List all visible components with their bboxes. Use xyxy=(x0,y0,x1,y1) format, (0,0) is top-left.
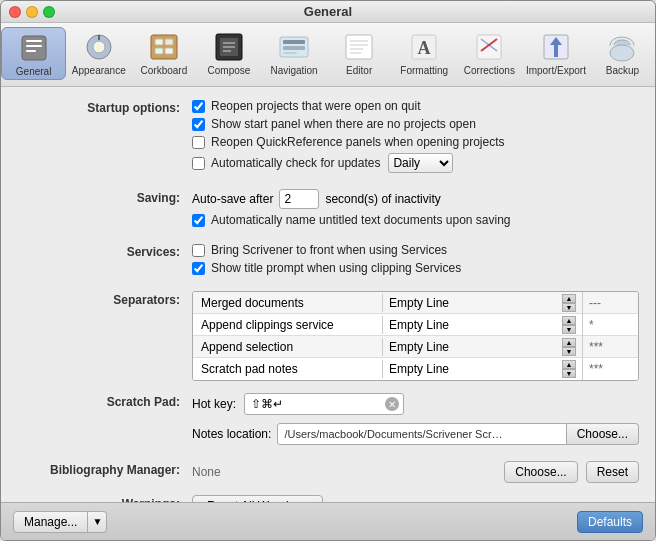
scratchpad-content: Hot key: ⇧⌘↵ ✕ Notes location: /Users/ma… xyxy=(192,393,639,449)
reset-warnings-button[interactable]: Reset All Warnings xyxy=(192,495,323,502)
svg-point-36 xyxy=(610,45,634,61)
tab-appearance[interactable]: Appearance xyxy=(66,27,131,80)
autosave-input[interactable] xyxy=(279,189,319,209)
bringfront-label: Bring Scrivener to front when using Serv… xyxy=(211,243,447,257)
maximize-button[interactable] xyxy=(43,6,55,18)
startup-option-reopen: Reopen projects that were open on quit xyxy=(192,99,639,113)
svg-rect-3 xyxy=(26,50,36,52)
quickref-checkbox[interactable] xyxy=(192,136,205,149)
tab-backup[interactable]: Backup xyxy=(590,27,655,80)
bibliography-reset-button[interactable]: Reset xyxy=(586,461,639,483)
minimize-button[interactable] xyxy=(26,6,38,18)
window-title: General xyxy=(304,4,352,19)
tab-general[interactable]: General xyxy=(1,27,66,80)
separators-content: Merged documents Empty Line ▲ ▼ --- xyxy=(192,291,639,381)
manage-button[interactable]: Manage... xyxy=(13,511,88,533)
update-frequency-select[interactable]: Daily Weekly Monthly xyxy=(388,153,453,173)
defaults-button[interactable]: Defaults xyxy=(577,511,643,533)
close-button[interactable] xyxy=(9,6,21,18)
stepper-down-3[interactable]: ▼ xyxy=(562,369,576,378)
tab-editor-label: Editor xyxy=(346,65,372,76)
content-area: Startup options: Reopen projects that we… xyxy=(1,87,655,502)
sep-val-3: *** xyxy=(583,360,638,378)
corrections-icon xyxy=(473,31,505,63)
sep-val-0: --- xyxy=(583,294,638,312)
quickref-label: Reopen QuickReference panels when openin… xyxy=(211,135,505,149)
tab-backup-label: Backup xyxy=(606,65,639,76)
titleprompt-checkbox[interactable] xyxy=(192,262,205,275)
svg-rect-20 xyxy=(283,52,297,54)
tab-formatting[interactable]: A Formatting xyxy=(392,27,457,80)
stepper-down-0[interactable]: ▼ xyxy=(562,303,576,312)
bibliography-label: Bibliography Manager: xyxy=(17,461,192,477)
tab-corrections[interactable]: Corrections xyxy=(457,27,522,80)
svg-rect-11 xyxy=(165,48,173,54)
stepper-down-2[interactable]: ▼ xyxy=(562,347,576,356)
tab-editor[interactable]: Editor xyxy=(327,27,392,80)
tab-corkboard-label: Corkboard xyxy=(141,65,188,76)
stepper-3[interactable]: ▲ ▼ xyxy=(562,360,576,378)
hotkey-value: ⇧⌘↵ xyxy=(251,397,283,411)
scratchpad-section: Scratch Pad: Hot key: ⇧⌘↵ ✕ Notes locati… xyxy=(17,393,639,449)
separators-section: Separators: Merged documents Empty Line … xyxy=(17,291,639,381)
bibliography-choose-button[interactable]: Choose... xyxy=(504,461,577,483)
sep-row-3: Scratch pad notes Empty Line ▲ ▼ *** xyxy=(193,358,638,380)
warnings-section: Warnings: Reset All Warnings xyxy=(17,495,639,502)
titlebar-buttons xyxy=(9,6,55,18)
startpanel-checkbox[interactable] xyxy=(192,118,205,131)
general-icon xyxy=(18,32,50,64)
svg-point-5 xyxy=(93,41,105,53)
stepper-up-3[interactable]: ▲ xyxy=(562,360,576,369)
startup-label: Startup options: xyxy=(17,99,192,115)
hotkey-clear-button[interactable]: ✕ xyxy=(385,397,399,411)
services-section: Services: Bring Scrivener to front when … xyxy=(17,243,639,279)
startup-option-quickref: Reopen QuickReference panels when openin… xyxy=(192,135,639,149)
svg-rect-6 xyxy=(98,35,100,40)
sep-stepper-2: ▲ ▼ xyxy=(562,338,576,356)
sep-type-1: Empty Line ▲ ▼ xyxy=(383,314,583,336)
tab-compose[interactable]: Compose xyxy=(196,27,261,80)
backup-icon xyxy=(606,31,638,63)
stepper-0[interactable]: ▲ ▼ xyxy=(562,294,576,312)
autoname-row: Automatically name untitled text documen… xyxy=(192,213,639,227)
autoupdate-checkbox[interactable] xyxy=(192,157,205,170)
stepper-up-1[interactable]: ▲ xyxy=(562,316,576,325)
manage-arrow-button[interactable]: ▼ xyxy=(88,511,107,533)
reopen-checkbox[interactable] xyxy=(192,100,205,113)
sep-stepper-3: ▲ ▼ xyxy=(562,360,576,378)
bibliography-content: None Choose... Reset xyxy=(192,461,639,483)
autoname-label: Automatically name untitled text documen… xyxy=(211,213,511,227)
tab-importexport-label: Import/Export xyxy=(526,65,586,76)
sep-row-1: Append clippings service Empty Line ▲ ▼ … xyxy=(193,314,638,336)
appearance-icon xyxy=(83,31,115,63)
autoname-checkbox[interactable] xyxy=(192,214,205,227)
bibliography-value: None xyxy=(192,465,496,479)
services-label: Services: xyxy=(17,243,192,259)
hotkey-row: Hot key: ⇧⌘↵ ✕ xyxy=(192,393,639,415)
stepper-1[interactable]: ▲ ▼ xyxy=(562,316,576,334)
stepper-up-0[interactable]: ▲ xyxy=(562,294,576,303)
tab-corkboard[interactable]: Corkboard xyxy=(131,27,196,80)
tab-navigation[interactable]: Navigation xyxy=(262,27,327,80)
sep-name-2: Append selection xyxy=(193,338,383,356)
bringfront-checkbox[interactable] xyxy=(192,244,205,257)
stepper-2[interactable]: ▲ ▼ xyxy=(562,338,576,356)
svg-text:A: A xyxy=(418,38,431,58)
stepper-up-2[interactable]: ▲ xyxy=(562,338,576,347)
notes-choose-button[interactable]: Choose... xyxy=(567,423,639,445)
autosave-prefix: Auto-save after xyxy=(192,192,273,206)
sep-val-2: *** xyxy=(583,338,638,356)
autosave-suffix: second(s) of inactivity xyxy=(325,192,440,206)
manage-row: Manage... ▼ xyxy=(13,511,107,533)
window: General General Appearance Corkboard Com… xyxy=(0,0,656,541)
sep-type-2: Empty Line ▲ ▼ xyxy=(383,336,583,358)
sep-name-3: Scratch pad notes xyxy=(193,360,383,378)
navigation-icon xyxy=(278,31,310,63)
hotkey-field[interactable]: ⇧⌘↵ ✕ xyxy=(244,393,404,415)
sep-stepper-1: ▲ ▼ xyxy=(562,316,576,334)
tab-importexport[interactable]: Import/Export xyxy=(522,27,590,80)
startup-content: Reopen projects that were open on quit S… xyxy=(192,99,639,177)
sep-row-0: Merged documents Empty Line ▲ ▼ --- xyxy=(193,292,638,314)
stepper-down-1[interactable]: ▼ xyxy=(562,325,576,334)
warnings-content: Reset All Warnings xyxy=(192,495,639,502)
